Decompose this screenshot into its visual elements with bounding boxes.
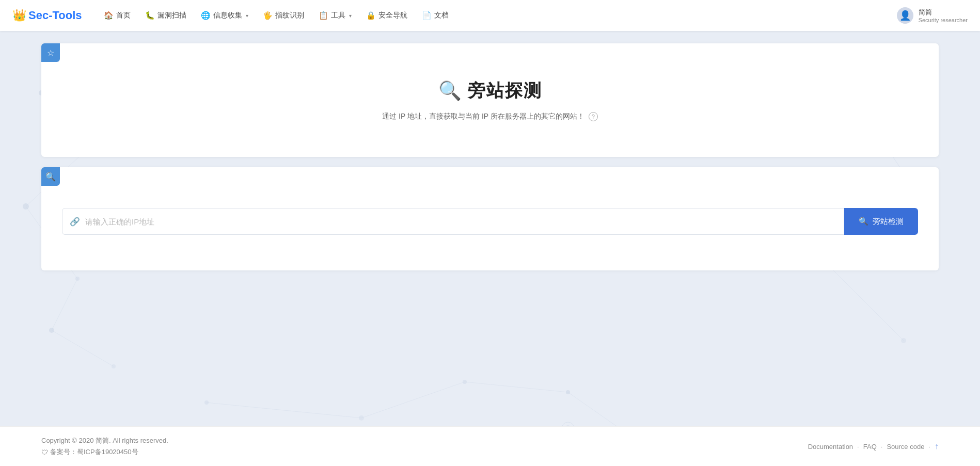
tools-arrow-icon: ▾ [349,13,352,19]
nav-docs-label: 文档 [434,11,449,20]
nav-tools-label: 工具 [331,11,345,20]
logo-text: Sec-Tools [28,9,82,22]
nav-info-collect-label: 信息收集 [213,11,242,20]
nav-home[interactable]: 🏠 首页 [98,8,137,23]
fingerprint-icon: 🖐 [263,11,273,20]
icp-text: 备案号：蜀ICP备19020450号 [50,447,138,457]
footer-copyright: Copyright © 2020 简简. All rights reserved… [41,436,168,445]
logo[interactable]: 👑 Sec-Tools [12,9,82,22]
info-card: ☆ 🔍 旁站探测 通过 IP 地址，直接获取与当前 IP 所在服务器上的其它的网… [41,43,939,157]
footer-dot-1: · [857,443,859,451]
footer-dot-3: · [928,443,930,451]
link-icon: 🔗 [70,217,80,227]
user-info: 简简 Security researcher [919,8,968,23]
nav-docs[interactable]: 📄 文档 [416,8,455,23]
page-title: 旁站探测 [468,79,542,103]
nav-vuln-scan-label: 漏洞扫描 [157,11,186,20]
logo-crown-icon: 👑 [12,9,26,22]
nav-fingerprint[interactable]: 🖐 指纹识别 [257,8,310,23]
nav-info-collect[interactable]: 🌐 信息收集 ▾ [195,8,255,23]
user-area: 👤 简简 Security researcher [897,7,968,24]
star-icon: ☆ [47,48,54,58]
footer-source-code-link[interactable]: Source code [887,443,924,451]
info-card-tag: ☆ [41,43,60,62]
nav-menu: 🏠 首页 🐛 漏洞扫描 🌐 信息收集 ▾ 🖐 指纹识别 📋 工具 ▾ 🔒 安全导… [98,8,897,23]
nav-fingerprint-label: 指纹识别 [275,11,304,20]
footer-left: Copyright © 2020 简简. All rights reserved… [41,436,168,457]
info-collect-arrow-icon: ▾ [246,13,248,19]
search-card: 🔍 🔗 🔍 旁站检测 [41,167,939,270]
doc-icon: 📄 [422,11,432,20]
home-icon: 🏠 [104,11,114,20]
page-title-search-icon: 🔍 [438,80,462,102]
search-card-tag-icon: 🔍 [45,172,56,182]
footer-icp: 🛡 备案号：蜀ICP备19020450号 [41,447,168,457]
user-role: Security researcher [919,17,968,23]
search-card-tag: 🔍 [41,167,60,186]
globe-icon: 🌐 [201,11,211,20]
nav-home-label: 首页 [116,11,131,20]
footer-faq-link[interactable]: FAQ [863,443,877,451]
page-title-area: 🔍 旁站探测 [438,79,542,103]
main-content: ☆ 🔍 旁站探测 通过 IP 地址，直接获取与当前 IP 所在服务器上的其它的网… [0,31,980,426]
tools-icon: 📋 [319,11,328,20]
search-row: 🔗 🔍 旁站检测 [62,208,918,235]
nav-vuln-scan[interactable]: 🐛 漏洞扫描 [139,8,193,23]
help-icon[interactable]: ? [589,112,598,121]
nav-tools[interactable]: 📋 工具 ▾ [312,8,358,23]
page-subtitle: 通过 IP 地址，直接获取与当前 IP 所在服务器上的其它的网站！ ? [382,112,598,121]
security-icon: 🔒 [366,11,376,20]
footer-documentation-link[interactable]: Documentation [808,443,853,451]
user-name: 简简 [919,8,968,17]
search-button[interactable]: 🔍 旁站检测 [844,208,918,235]
icp-shield-icon: 🛡 [41,448,48,456]
subtitle-text: 通过 IP 地址，直接获取与当前 IP 所在服务器上的其它的网站！ [382,112,584,121]
search-btn-icon: 🔍 [859,217,868,226]
footer-dot-2: · [881,443,883,451]
navbar: 👑 Sec-Tools 🏠 首页 🐛 漏洞扫描 🌐 信息收集 ▾ 🖐 指纹识别 … [0,0,980,31]
search-btn-label: 旁站检测 [873,217,904,227]
footer-right: Documentation · FAQ · Source code · ↑ [808,442,939,451]
avatar: 👤 [897,7,913,24]
bug-icon: 🐛 [145,11,155,20]
nav-security-nav[interactable]: 🔒 安全导航 [360,8,414,23]
nav-security-nav-label: 安全导航 [378,11,407,20]
footer: Copyright © 2020 简简. All rights reserved… [0,426,980,466]
ip-search-input[interactable] [85,217,836,226]
avatar-icon: 👤 [899,10,911,21]
search-input-wrap: 🔗 [62,208,844,235]
footer-top-icon[interactable]: ↑ [935,442,939,451]
